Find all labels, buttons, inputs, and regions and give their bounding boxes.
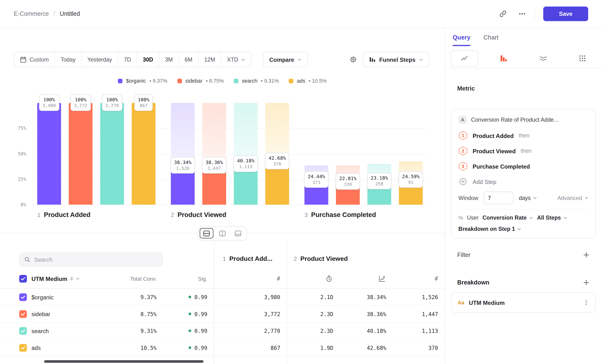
funnel-bar[interactable] <box>69 103 92 205</box>
layout-split-horizontal-button[interactable] <box>200 228 214 238</box>
count-column-icon[interactable]: # <box>435 275 438 282</box>
steps-scope-select[interactable]: All Steps <box>537 214 568 221</box>
total-conv-header[interactable]: Total Conv. <box>130 275 157 282</box>
layout-bottom-panel-button[interactable] <box>231 228 245 238</box>
funnel-step-item-2[interactable]: 2 Product Viewed then <box>458 143 589 159</box>
row-checkbox[interactable] <box>19 310 27 318</box>
window-unit-select[interactable]: days <box>519 195 537 201</box>
group-step-number: 2 <box>294 255 297 262</box>
search-box[interactable] <box>19 253 163 267</box>
row-checkbox[interactable] <box>19 344 27 352</box>
search-input[interactable] <box>34 256 158 263</box>
table-row[interactable]: sidebar8.75%0.993,7722.3D38.36%1,447 <box>0 306 445 322</box>
funnel-bar[interactable] <box>37 103 61 205</box>
funnel-step-item-3[interactable]: 3 Purchase Completed <box>458 159 589 174</box>
table-row[interactable]: $organic9.37%0.993,9802.1D38.34%1,526 <box>0 289 445 306</box>
bar-label-count: 258 <box>371 181 388 187</box>
visualization-tabs <box>445 48 602 68</box>
step2-count: 1,113 <box>422 328 438 334</box>
viz-tab-metrics-grid[interactable] <box>563 48 602 68</box>
breadcrumb-page[interactable]: Untitled <box>60 10 80 17</box>
step2-count: 1,447 <box>422 311 438 317</box>
y-axis-tick: 0% <box>8 202 26 207</box>
measure-entity[interactable]: User <box>467 214 479 221</box>
header-checkbox[interactable] <box>19 275 27 282</box>
funnel-step-name: Purchase Completed <box>311 211 376 219</box>
layout-split-vertical-button[interactable] <box>215 228 229 238</box>
breakdown-item[interactable]: Aa UTM Medium <box>451 292 596 313</box>
sig-dot <box>189 330 191 332</box>
bar-label-count: 3,772 <box>74 103 87 109</box>
step2-time: 1.9D <box>320 345 333 351</box>
more-menu-button[interactable] <box>518 10 526 18</box>
funnel-bar[interactable] <box>132 103 155 205</box>
chevron-down-icon <box>533 196 537 200</box>
funnel-step-item-1[interactable]: 1 Product Added then <box>458 128 589 143</box>
add-step-button[interactable]: Add Step <box>458 174 589 189</box>
bar-label-count: 867 <box>138 103 149 109</box>
bar-label-percent: 100% <box>138 97 149 103</box>
breakdown-on-select[interactable]: Breakdown on Step 1 <box>458 226 522 232</box>
search-icon <box>24 257 30 263</box>
sig-header[interactable]: Sig. <box>198 275 207 282</box>
funnel-bar-label: 42.68%370 <box>265 153 289 169</box>
count-column-icon[interactable]: # <box>277 275 280 282</box>
link-icon <box>499 10 507 18</box>
gridline <box>33 205 427 205</box>
window-label: Window <box>458 195 478 201</box>
share-link-button[interactable] <box>499 10 507 18</box>
funnel-bar-label: 24.44%373 <box>304 171 328 188</box>
row-name: sidebar <box>31 310 50 317</box>
funnel-bar-label: 23.18%258 <box>367 173 391 189</box>
ellipsis-icon <box>518 10 526 18</box>
window-unit-label: days <box>519 195 531 201</box>
total-conversion-value: 10.5% <box>140 345 157 351</box>
breakdown-item-menu[interactable] <box>583 300 589 306</box>
table-row[interactable]: search9.31%0.992,7702.3D40.18%1,113 <box>0 322 445 340</box>
viz-tab-flow[interactable] <box>524 48 563 68</box>
table-row[interactable]: ads10.5%0.998671.9D42.68%370 <box>0 339 445 356</box>
tab-query[interactable]: Query <box>452 34 470 46</box>
viz-tab-funnel-steps[interactable] <box>484 48 524 68</box>
panel-body: Metric A Conversion Rate of Product Adde… <box>445 85 602 313</box>
bar-label-percent: 24.44% <box>308 174 325 180</box>
funnel-bar-label: 38.34%1,526 <box>171 157 195 174</box>
add-breakdown-button[interactable] <box>583 279 590 286</box>
chevron-down-icon <box>584 196 589 200</box>
funnel-bar-label: 100%3,980 <box>39 94 59 111</box>
time-to-convert-column-icon[interactable] <box>326 275 333 282</box>
row-checkbox[interactable] <box>19 327 27 334</box>
window-value-input[interactable] <box>484 192 513 204</box>
measure-select[interactable]: Conversion Rate <box>483 214 533 221</box>
group-step-name: Product Add... <box>229 255 272 262</box>
metric-title[interactable]: Conversion Rate of Product Adde... <box>471 117 558 123</box>
percent-icon: % <box>458 215 463 221</box>
viz-tab-trends[interactable] <box>445 48 484 68</box>
bar-label-count: 2,770 <box>105 103 119 109</box>
plus-icon <box>583 279 590 286</box>
tab-chart[interactable]: Chart <box>484 34 499 46</box>
layout-toggle <box>198 226 247 240</box>
step2-rate: 38.36% <box>367 311 386 317</box>
breakdown-column-header[interactable]: UTM Medium 4 <box>31 275 80 282</box>
total-conversion-value: 9.37% <box>140 294 157 300</box>
chevron-down-icon <box>76 276 80 281</box>
plus-icon <box>583 251 590 258</box>
line-chart-x-icon <box>379 275 386 282</box>
bar-label-percent: 40.18% <box>237 158 254 164</box>
horizontal-scrollbar[interactable] <box>44 360 203 363</box>
row-checkbox[interactable] <box>19 293 27 301</box>
advanced-button[interactable]: Advanced <box>557 195 589 201</box>
save-button[interactable]: Save <box>543 6 588 21</box>
step1-count: 2,770 <box>264 328 280 334</box>
line-chart-icon <box>461 54 468 62</box>
funnel-bar[interactable] <box>100 103 124 205</box>
add-filter-button[interactable] <box>583 251 590 258</box>
breadcrumb-project[interactable]: E-Commerce <box>14 10 49 17</box>
conversion-chart-column-icon[interactable] <box>379 275 386 282</box>
funnel-bar-dropoff <box>171 103 194 166</box>
bar-label-count: 3,980 <box>42 103 56 109</box>
breakdown-on-label: Breakdown on Step 1 <box>458 226 515 232</box>
total-conversion-value: 9.31% <box>140 328 157 334</box>
step2-time: 2.3D <box>320 328 333 334</box>
